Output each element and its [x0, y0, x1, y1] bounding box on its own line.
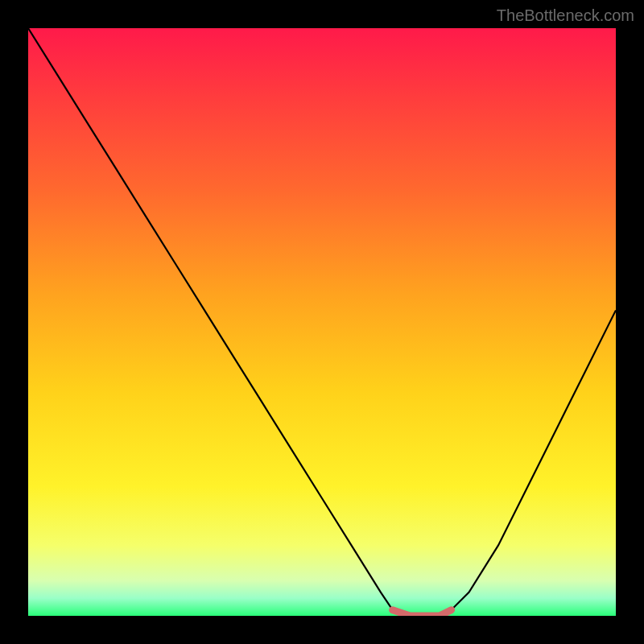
bottleneck-curve	[28, 28, 616, 616]
highlight-segment	[393, 610, 452, 616]
watermark-text: TheBottleneck.com	[497, 6, 634, 25]
chart-area	[28, 28, 616, 616]
curve-layer	[28, 28, 616, 616]
